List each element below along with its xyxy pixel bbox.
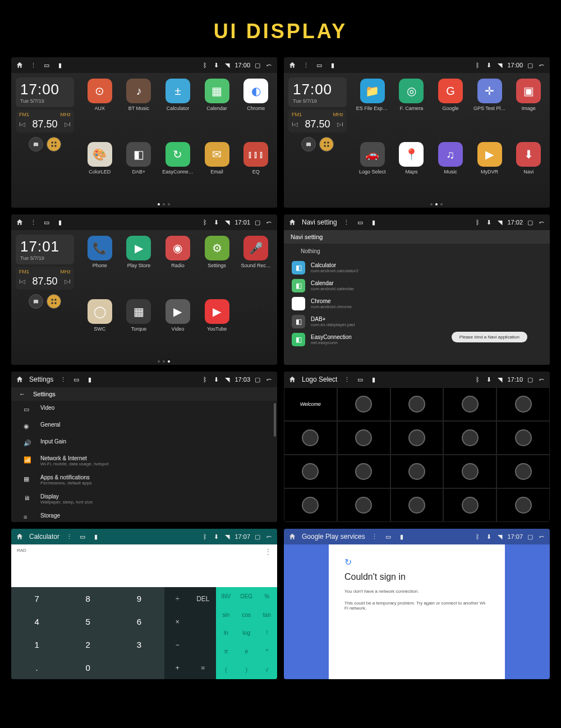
calc-op-key[interactable]: ÷ — [164, 587, 190, 610]
logo-cell[interactable] — [284, 488, 337, 522]
car-mode-button[interactable] — [29, 137, 43, 152]
calc-key[interactable]: 4 — [11, 610, 62, 633]
logo-cell[interactable] — [496, 421, 550, 455]
menu-icon[interactable]: ⋮ — [343, 218, 351, 226]
settings-item[interactable]: 🖥DisplayWallpaper, sleep, font size — [11, 489, 277, 509]
home-icon[interactable] — [288, 218, 296, 226]
app-item[interactable]: ♫Music — [433, 142, 468, 202]
app-item[interactable]: ▶MyDVR — [472, 142, 508, 202]
calc-key[interactable]: 8 — [62, 587, 113, 610]
menu-icon[interactable]: ⋮ — [343, 376, 351, 383]
navi-item[interactable]: ◧Chromecom.android.chrome — [284, 295, 550, 313]
calc-op-key[interactable]: − — [164, 633, 190, 656]
calc-key[interactable]: 6 — [113, 610, 164, 633]
window-icon[interactable]: ▭ — [356, 218, 364, 226]
navi-item[interactable]: ◧Calculatorcom.android.calculator2 — [284, 259, 550, 277]
calc-func-key[interactable]: ^ — [257, 642, 277, 661]
window-icon[interactable]: ▭ — [79, 533, 86, 541]
logo-cell[interactable] — [337, 455, 390, 488]
back-icon[interactable]: ⤺ — [537, 61, 545, 69]
settings-item[interactable]: 📶Network & InternetWi-Fi, mobile, data u… — [11, 451, 277, 470]
calc-display[interactable]: RAD ⋮ — [11, 544, 277, 587]
app-item[interactable]: ▦Torque — [121, 299, 157, 359]
recent-icon[interactable]: ▢ — [526, 218, 534, 226]
home-icon[interactable] — [288, 533, 296, 541]
next-icon[interactable]: ▷Ⅰ — [65, 278, 71, 285]
calc-func-key[interactable]: π — [216, 642, 236, 661]
car-mode-button[interactable] — [29, 294, 43, 309]
calc-key[interactable]: 2 — [62, 633, 113, 656]
scrollbar[interactable] — [274, 403, 276, 437]
app-item[interactable]: ⊙AUX — [82, 79, 118, 139]
calc-func-key[interactable]: √ — [257, 661, 277, 679]
window-icon[interactable]: ▭ — [315, 61, 323, 69]
recent-icon[interactable]: ▢ — [254, 376, 261, 383]
calc-func-key[interactable]: DEG — [236, 587, 256, 606]
settings-item[interactable]: ≡Storage — [11, 509, 277, 522]
window-icon[interactable]: ▭ — [384, 533, 392, 541]
clock-widget[interactable]: 17:01 Tue 5/7/19 — [16, 235, 74, 264]
calc-func-key[interactable]: e — [236, 642, 256, 661]
logo-cell[interactable] — [284, 455, 337, 488]
calc-func-key[interactable]: INV — [216, 587, 236, 606]
logo-cell[interactable] — [443, 488, 496, 522]
calc-key[interactable]: 3 — [113, 633, 164, 656]
back-icon[interactable]: ⤺ — [537, 533, 545, 541]
app-item[interactable]: ▣Image — [511, 79, 546, 139]
calc-key[interactable] — [113, 656, 164, 679]
prev-icon[interactable]: Ⅰ◁ — [292, 121, 298, 127]
calc-op-key[interactable]: = — [190, 656, 216, 679]
menu-icon[interactable]: ⋮ — [29, 218, 37, 226]
menu-icon[interactable]: ⋮ — [302, 61, 310, 69]
logo-cell[interactable]: Welcome — [284, 387, 337, 421]
app-item[interactable]: 🚗Logo Select — [355, 142, 390, 202]
home-icon[interactable] — [16, 533, 24, 541]
calc-key[interactable]: 7 — [11, 587, 62, 610]
app-item[interactable]: 📞Phone — [82, 236, 118, 296]
home-icon[interactable] — [16, 218, 24, 226]
logo-cell[interactable] — [337, 387, 390, 421]
recent-icon[interactable]: ▢ — [254, 61, 261, 69]
app-item[interactable]: ◧DAB+ — [121, 142, 157, 202]
apps-mode-button[interactable] — [47, 294, 61, 309]
app-item[interactable]: ✉Email — [199, 142, 235, 202]
app-item[interactable]: ◐Chrome — [238, 79, 274, 139]
calc-op-key[interactable]: DEL — [190, 587, 216, 610]
prev-icon[interactable]: Ⅰ◁ — [19, 278, 25, 285]
logo-cell[interactable] — [443, 421, 496, 455]
radio-widget[interactable]: FM1MHz Ⅰ◁87.50▷Ⅰ — [288, 109, 347, 132]
logo-cell[interactable] — [496, 387, 550, 421]
home-icon[interactable] — [16, 61, 24, 69]
car-mode-button[interactable] — [301, 137, 316, 152]
back-icon[interactable]: ⤺ — [265, 61, 273, 69]
navi-item[interactable]: ◧Calendarcom.android.calendar — [284, 277, 550, 295]
apps-mode-button[interactable] — [319, 137, 334, 152]
logo-cell[interactable] — [390, 421, 444, 455]
logo-cell[interactable] — [390, 387, 444, 421]
app-item[interactable]: ▶Video — [160, 299, 196, 359]
back-icon[interactable]: ⤺ — [265, 533, 273, 541]
menu-icon[interactable]: ⋮ — [65, 533, 73, 541]
settings-item[interactable]: ▭Video — [11, 401, 277, 418]
next-icon[interactable]: ▷Ⅰ — [65, 121, 71, 127]
logo-cell[interactable] — [496, 455, 550, 488]
prev-icon[interactable]: Ⅰ◁ — [19, 121, 25, 127]
calc-func-key[interactable]: tan — [257, 606, 277, 624]
settings-item[interactable]: ▦Apps & notificationsPermissions, defaul… — [11, 470, 277, 489]
app-item[interactable]: ⚙Settings — [199, 236, 235, 296]
back-icon[interactable]: ⤺ — [265, 218, 273, 226]
app-item[interactable]: 📍Maps — [394, 142, 430, 202]
window-icon[interactable]: ▭ — [356, 376, 364, 383]
calc-key[interactable]: 1 — [11, 633, 62, 656]
back-icon[interactable]: ⤺ — [537, 218, 545, 226]
calc-func-key[interactable]: ( — [216, 661, 236, 679]
app-item[interactable]: ▶Play Store — [121, 236, 157, 296]
calc-menu-icon[interactable]: ⋮ — [265, 548, 272, 556]
calc-op-key[interactable]: × — [164, 610, 190, 633]
calc-key[interactable]: . — [11, 656, 62, 679]
calc-func-key[interactable]: ! — [257, 624, 277, 643]
logo-cell[interactable] — [496, 488, 550, 522]
back-icon[interactable]: ⤺ — [537, 376, 545, 383]
app-item[interactable]: 🎤Sound Rec… — [238, 236, 274, 296]
recent-icon[interactable]: ▢ — [254, 533, 261, 541]
